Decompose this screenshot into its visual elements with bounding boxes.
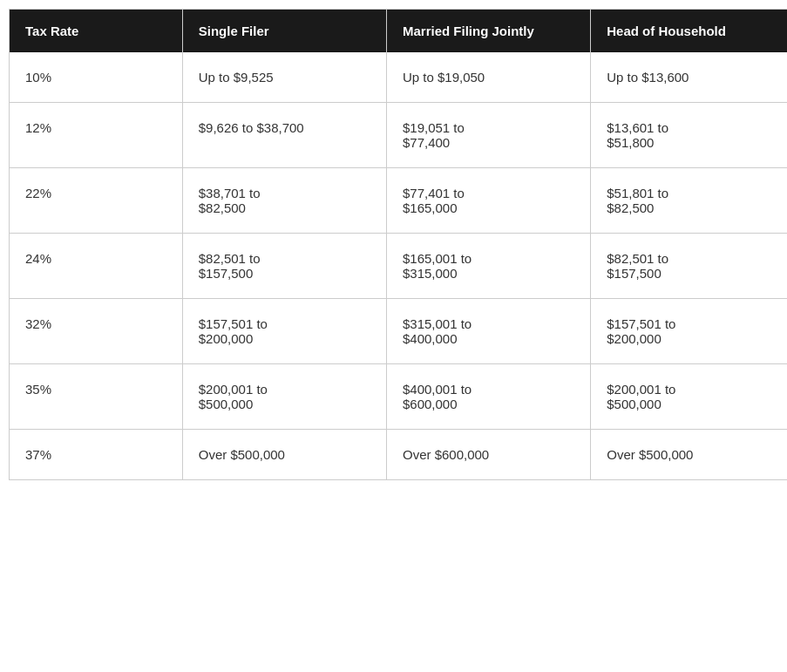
married-cell: $400,001 to$600,000 <box>386 364 590 430</box>
tax-brackets-table: Tax Rate Single Filer Married Filing Joi… <box>10 10 787 479</box>
hoh-cell: $157,501 to$200,000 <box>591 299 787 364</box>
table-row: 22%$38,701 to$82,500$77,401 to$165,000$5… <box>10 168 787 234</box>
header-single-filer: Single Filer <box>182 10 386 52</box>
married-cell: Up to $19,050 <box>386 52 590 103</box>
rate-cell: 24% <box>10 234 182 299</box>
hoh-cell: $51,801 to$82,500 <box>591 168 787 234</box>
married-cell: Over $600,000 <box>386 430 590 480</box>
hoh-cell: $200,001 to$500,000 <box>591 364 787 430</box>
single-cell: $157,501 to$200,000 <box>182 299 386 364</box>
married-cell: $165,001 to$315,000 <box>386 234 590 299</box>
table-row: 35%$200,001 to$500,000$400,001 to$600,00… <box>10 364 787 430</box>
single-cell: $200,001 to$500,000 <box>182 364 386 430</box>
table-row: 24%$82,501 to$157,500$165,001 to$315,000… <box>10 234 787 299</box>
rate-cell: 10% <box>10 52 182 103</box>
header-tax-rate: Tax Rate <box>10 10 182 52</box>
rate-cell: 37% <box>10 430 182 480</box>
header-head-of-household: Head of Household <box>591 10 787 52</box>
hoh-cell: $82,501 to$157,500 <box>591 234 787 299</box>
table-header-row: Tax Rate Single Filer Married Filing Joi… <box>10 10 787 52</box>
table-row: 37%Over $500,000Over $600,000Over $500,0… <box>10 430 787 480</box>
married-cell: $315,001 to$400,000 <box>386 299 590 364</box>
rate-cell: 22% <box>10 168 182 234</box>
single-cell: Up to $9,525 <box>182 52 386 103</box>
married-cell: $19,051 to$77,400 <box>386 103 590 168</box>
rate-cell: 12% <box>10 103 182 168</box>
single-cell: Over $500,000 <box>182 430 386 480</box>
married-cell: $77,401 to$165,000 <box>386 168 590 234</box>
table-row: 10%Up to $9,525Up to $19,050Up to $13,60… <box>10 52 787 103</box>
rate-cell: 35% <box>10 364 182 430</box>
hoh-cell: $13,601 to$51,800 <box>591 103 787 168</box>
table-row: 32%$157,501 to$200,000$315,001 to$400,00… <box>10 299 787 364</box>
tax-brackets-table-wrapper: Tax Rate Single Filer Married Filing Joi… <box>9 9 787 480</box>
single-cell: $82,501 to$157,500 <box>182 234 386 299</box>
table-row: 12%$9,626 to $38,700$19,051 to$77,400$13… <box>10 103 787 168</box>
single-cell: $9,626 to $38,700 <box>182 103 386 168</box>
rate-cell: 32% <box>10 299 182 364</box>
hoh-cell: Over $500,000 <box>591 430 787 480</box>
single-cell: $38,701 to$82,500 <box>182 168 386 234</box>
header-married-filing-jointly: Married Filing Jointly <box>386 10 590 52</box>
hoh-cell: Up to $13,600 <box>591 52 787 103</box>
